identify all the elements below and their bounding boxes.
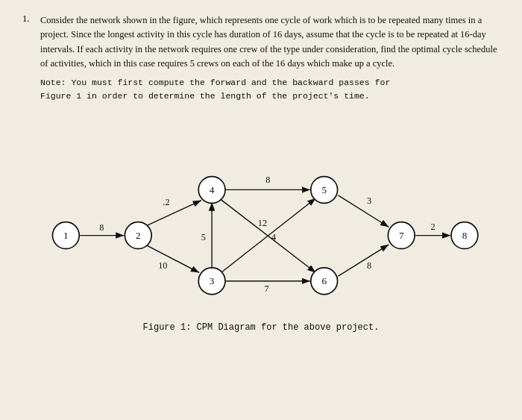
edge-label-4-5: 8 [265,175,270,185]
note-line2: Figure 1 in order to determine the lengt… [40,91,370,101]
node-label-4: 4 [210,184,215,195]
diagram-area: 8 .2 10 5 8 12 7 4 3 [22,104,500,321]
page: 1. Consider the network shown in the fig… [0,0,522,420]
edge-label-1-2: 8 [99,222,104,233]
edge-label-3-5: 4 [271,232,276,242]
edge-label-2-3: 10 [158,260,167,271]
note-text: Note: You must first compute the forward… [40,76,500,104]
edge-label-7-8: 2 [431,222,435,232]
edge-label-6-7: 8 [367,260,371,271]
edge-2-3 [145,245,199,273]
edge-label-3-4: 5 [201,232,206,242]
edge-label-4-6: 12 [258,219,267,229]
node-label-1: 1 [63,231,69,242]
problem-text: Consider the network shown in the figure… [40,13,500,72]
edge-5-7 [339,195,389,227]
problem-section: 1. Consider the network shown in the fig… [22,13,500,72]
cpm-diagram: 8 .2 10 5 8 12 7 4 3 [22,104,500,321]
edge-label-5-7: 3 [367,196,371,207]
node-label-2: 2 [136,231,141,242]
node-label-8: 8 [462,231,468,242]
node-label-5: 5 [321,184,327,195]
node-label-7: 7 [399,231,404,242]
edge-6-7 [339,245,389,276]
edge-label-3-6: 7 [264,283,268,294]
note-line1: Note: You must first compute the forward… [40,78,390,87]
node-label-3: 3 [210,276,215,287]
edge-label-2-4: .2 [163,197,169,207]
problem-number: 1. [22,13,36,25]
node-label-6: 6 [321,276,327,287]
edge-2-4 [145,201,201,227]
figure-caption: Figure 1: CPM Diagram for the above proj… [22,322,500,333]
